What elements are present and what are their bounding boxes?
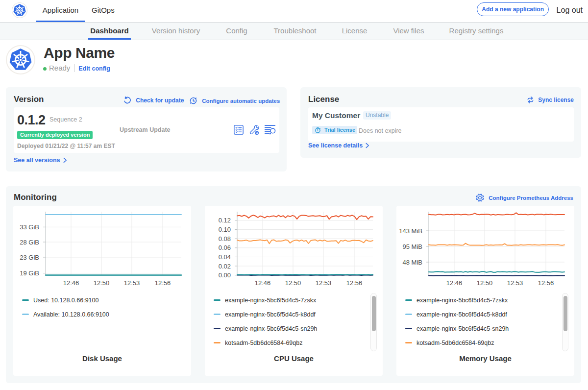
svg-text:95 MiB: 95 MiB <box>403 243 422 250</box>
svg-text:33 GiB: 33 GiB <box>20 223 39 231</box>
svg-text:23 GiB: 23 GiB <box>20 254 39 261</box>
svg-text:28 GiB: 28 GiB <box>20 239 39 246</box>
svg-text:12:46: 12:46 <box>446 279 463 287</box>
svg-text:12:56: 12:56 <box>538 279 554 287</box>
svg-text:19 GiB: 19 GiB <box>20 269 39 277</box>
svg-text:12:50: 12:50 <box>477 279 493 287</box>
svg-text:12:53: 12:53 <box>124 279 140 287</box>
svg-text:0.06: 0.06 <box>219 244 231 251</box>
svg-text:48 MiB: 48 MiB <box>403 259 422 266</box>
svg-text:0.04: 0.04 <box>219 253 231 261</box>
svg-text:143 MiB: 143 MiB <box>399 227 422 235</box>
svg-text:12:53: 12:53 <box>507 279 523 287</box>
svg-text:12:50: 12:50 <box>94 279 110 287</box>
svg-text:0.00: 0.00 <box>219 271 231 279</box>
svg-text:12:56: 12:56 <box>155 279 171 287</box>
svg-text:12:53: 12:53 <box>316 279 332 287</box>
svg-text:12:46: 12:46 <box>63 279 79 287</box>
svg-text:0.02: 0.02 <box>219 263 231 270</box>
svg-text:12:46: 12:46 <box>255 279 271 287</box>
svg-text:12:56: 12:56 <box>346 279 363 287</box>
svg-text:0.08: 0.08 <box>219 235 231 243</box>
svg-text:0.12: 0.12 <box>219 217 231 224</box>
svg-text:12:50: 12:50 <box>285 279 301 287</box>
svg-text:0.10: 0.10 <box>219 226 231 233</box>
